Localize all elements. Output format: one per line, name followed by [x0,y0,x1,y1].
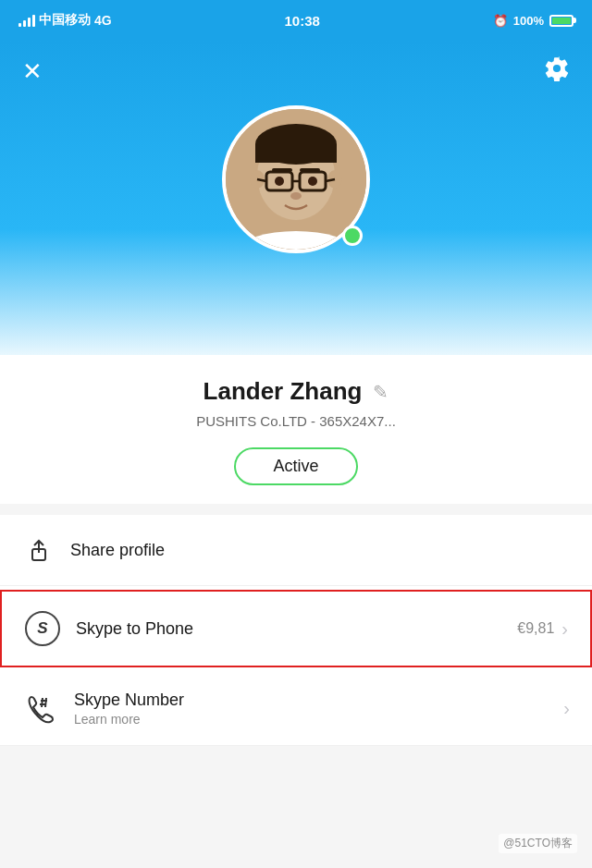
skype-to-phone-text: Skype to Phone [76,619,517,639]
skype-to-phone-item[interactable]: S Skype to Phone €9,81 › [0,590,592,667]
skype-number-label: Skype Number [74,691,556,710]
svg-rect-5 [255,144,337,163]
share-icon [22,533,56,567]
signal-bar-3 [28,18,31,27]
signal-bar-1 [18,23,21,27]
header-top-bar: ✕ [0,55,592,87]
signal-bars [18,14,35,27]
svg-line-21 [45,698,46,707]
skype-number-sublabel: Learn more [74,712,556,727]
edit-icon[interactable]: ✎ [373,381,388,403]
name-row: Lander Zhang ✎ [204,377,389,406]
signal-bar-2 [23,20,26,27]
skype-to-phone-chevron: › [561,618,568,640]
watermark: @51CTO博客 [499,834,577,853]
status-badge[interactable]: Active [234,447,357,485]
network-label: 4G [94,13,112,28]
svg-line-20 [42,698,43,707]
battery-icon [549,15,574,27]
avatar-container [222,105,370,253]
share-profile-label: Share profile [70,541,570,560]
svg-point-16 [308,177,317,186]
skype-letter: S [37,619,47,638]
skype-number-icon [22,690,59,727]
svg-point-15 [275,177,284,186]
status-time: 10:38 [285,13,320,29]
skype-number-item[interactable]: Skype Number Learn more › [0,671,592,746]
user-name: Lander Zhang [204,377,363,406]
signal-bar-4 [32,15,35,27]
skype-to-phone-label: Skype to Phone [76,619,517,639]
skype-number-text: Skype Number Learn more [74,691,556,727]
status-bar: 中国移动 4G 10:38 ⏰ 100% [0,0,592,41]
battery-label: 100% [513,14,544,28]
skype-to-phone-price: €9,81 [517,620,554,637]
svg-point-17 [290,192,302,200]
status-right: ⏰ 100% [493,14,574,28]
close-button[interactable]: ✕ [22,59,43,83]
menu-section: Share profile S Skype to Phone €9,81 › [0,515,592,746]
skype-number-chevron: › [563,698,570,719]
status-left: 中国移动 4G [18,12,112,29]
carrier-label: 中国移动 [39,12,91,29]
online-status-dot [342,226,363,246]
share-profile-item[interactable]: Share profile [0,515,592,586]
gear-icon [544,55,570,81]
header-area: ✕ [0,41,592,355]
settings-button[interactable] [544,55,570,87]
alarm-icon: ⏰ [493,14,508,28]
share-profile-text: Share profile [70,541,570,560]
company-text: PUSHITS Co.LTD - 365X24X7... [196,413,396,429]
skype-phone-icon: S [24,610,61,647]
profile-info: Lander Zhang ✎ PUSHITS Co.LTD - 365X24X7… [0,355,592,504]
